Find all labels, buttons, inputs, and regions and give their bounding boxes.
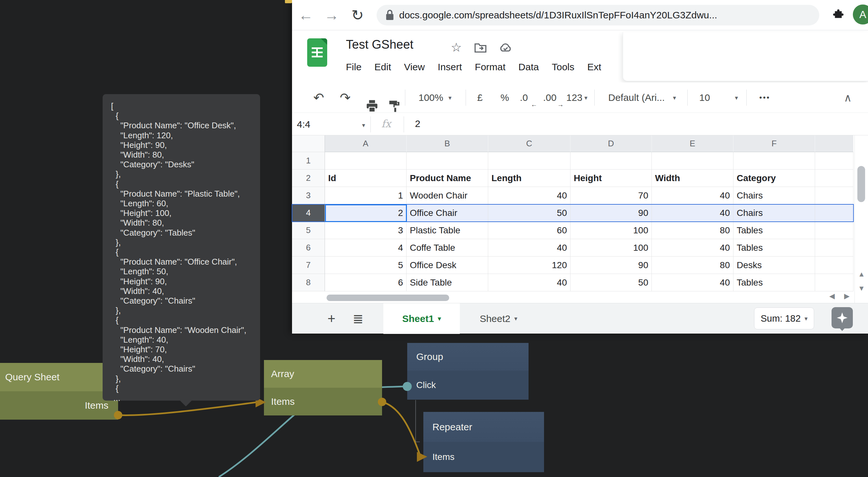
- zoom-select[interactable]: 100% ▾: [418, 82, 452, 113]
- move-to-folder-icon[interactable]: [474, 42, 487, 53]
- cell[interactable]: Wooden Chair: [407, 187, 488, 204]
- google-sheets-logo-icon[interactable]: [307, 38, 327, 67]
- row-header-4[interactable]: 4: [292, 204, 325, 222]
- tab-sheet1[interactable]: Sheet1 ▾: [383, 303, 460, 334]
- cell[interactable]: 40: [488, 187, 570, 204]
- forward-icon[interactable]: →: [322, 0, 342, 30]
- menu-view[interactable]: View: [404, 62, 425, 72]
- cell[interactable]: [815, 187, 854, 204]
- sheet2-menu-caret[interactable]: ▾: [514, 315, 518, 322]
- cell[interactable]: 2: [325, 204, 407, 222]
- row-header-8[interactable]: 8: [292, 274, 325, 292]
- cell[interactable]: Tables: [734, 239, 815, 257]
- cell[interactable]: Coffe Table: [407, 239, 488, 257]
- cell[interactable]: Plastic Table: [407, 222, 488, 239]
- all-sheets-menu-icon[interactable]: ≣: [353, 303, 364, 334]
- increase-decimal-button[interactable]: .00 →: [543, 82, 557, 113]
- column-header-F[interactable]: F: [734, 135, 815, 152]
- node-array-port-items[interactable]: Items: [264, 388, 382, 415]
- node-group-port-click[interactable]: Click: [407, 371, 529, 400]
- cell[interactable]: Office Desk: [407, 257, 488, 274]
- menu-tools[interactable]: Tools: [552, 62, 575, 72]
- cell[interactable]: 40: [488, 239, 570, 257]
- cell[interactable]: 70: [570, 187, 652, 204]
- sum-indicator[interactable]: Sum: 182 ▾: [754, 307, 814, 329]
- node-repeater-title[interactable]: Repeater: [423, 412, 544, 442]
- menu-ext[interactable]: Ext: [587, 62, 601, 72]
- cell[interactable]: Height: [570, 170, 652, 187]
- horizontal-scrollbar[interactable]: ◀ ▶: [292, 292, 854, 303]
- menu-file[interactable]: File: [346, 62, 362, 72]
- node-group[interactable]: Group Click: [407, 343, 529, 400]
- cell[interactable]: 4: [325, 239, 407, 257]
- cell[interactable]: [815, 239, 854, 257]
- more-toolbar-options[interactable]: •••: [759, 82, 770, 113]
- cell[interactable]: 40: [652, 239, 734, 257]
- cell[interactable]: 40: [652, 187, 734, 204]
- column-header-E[interactable]: E: [652, 135, 734, 152]
- cell[interactable]: Tables: [734, 222, 815, 239]
- formula-input[interactable]: 2: [415, 118, 421, 129]
- name-box-caret[interactable]: ▾: [362, 122, 365, 129]
- add-sheet-button[interactable]: +: [328, 303, 336, 334]
- cell[interactable]: [325, 152, 407, 170]
- document-title[interactable]: Test GSheet: [346, 38, 413, 52]
- scroll-right-icon[interactable]: ▶: [844, 292, 849, 300]
- cell[interactable]: 50: [488, 204, 570, 222]
- currency-format-button[interactable]: £: [477, 82, 483, 113]
- sheet1-menu-caret[interactable]: ▾: [438, 315, 441, 322]
- node-array[interactable]: Array Items: [264, 360, 382, 415]
- cell[interactable]: 5: [325, 257, 407, 274]
- row-header-2[interactable]: 2: [292, 170, 325, 187]
- browser-profile-avatar[interactable]: A: [853, 4, 868, 25]
- row-header-3[interactable]: 3: [292, 187, 325, 204]
- menu-format[interactable]: Format: [475, 62, 506, 72]
- menu-data[interactable]: Data: [519, 62, 539, 72]
- column-header-A[interactable]: A: [325, 135, 407, 152]
- node-query-sheet-port-items[interactable]: Items: [0, 391, 118, 420]
- column-header-C[interactable]: C: [488, 135, 570, 152]
- cell[interactable]: 6: [325, 274, 407, 292]
- select-all-corner[interactable]: [292, 135, 325, 152]
- row-header-1[interactable]: 1: [292, 152, 325, 170]
- cell[interactable]: Product Name: [407, 170, 488, 187]
- star-document-icon[interactable]: ☆: [451, 40, 462, 55]
- number-format-menu[interactable]: 123 ▾: [566, 82, 588, 113]
- percent-format-button[interactable]: %: [500, 82, 509, 113]
- cell[interactable]: 120: [488, 257, 570, 274]
- cell[interactable]: 80: [652, 257, 734, 274]
- cell[interactable]: [815, 170, 854, 187]
- cell[interactable]: [815, 204, 854, 222]
- menu-insert[interactable]: Insert: [438, 62, 462, 72]
- cell[interactable]: [734, 152, 815, 170]
- cell[interactable]: 1: [325, 187, 407, 204]
- node-repeater[interactable]: Repeater Items: [423, 412, 544, 472]
- cell[interactable]: [570, 152, 652, 170]
- cell[interactable]: 40: [488, 274, 570, 292]
- cell[interactable]: Chairs: [734, 187, 815, 204]
- cell[interactable]: [815, 152, 854, 170]
- cell[interactable]: [815, 274, 854, 292]
- cell[interactable]: 90: [570, 257, 652, 274]
- font-size-select[interactable]: 10 ▾: [699, 82, 738, 113]
- cell[interactable]: 100: [570, 239, 652, 257]
- cell[interactable]: Category: [734, 170, 815, 187]
- cell[interactable]: Side Table: [407, 274, 488, 292]
- menu-edit[interactable]: Edit: [374, 62, 391, 72]
- row-header-6[interactable]: 6: [292, 239, 325, 257]
- scroll-up-icon[interactable]: ▲: [858, 270, 865, 278]
- cell[interactable]: 100: [570, 222, 652, 239]
- node-repeater-port-items[interactable]: Items: [423, 442, 544, 472]
- cell[interactable]: 3: [325, 222, 407, 239]
- vertical-scrollbar[interactable]: ▲ ▼: [855, 135, 868, 303]
- font-family-select[interactable]: Default (Ari... ▾: [608, 82, 676, 113]
- column-header-B[interactable]: B: [407, 135, 488, 152]
- scroll-down-icon[interactable]: ▼: [858, 284, 865, 293]
- cell[interactable]: Length: [488, 170, 570, 187]
- column-header-D[interactable]: D: [570, 135, 652, 152]
- column-header-partial[interactable]: [815, 135, 854, 152]
- node-group-title[interactable]: Group: [407, 343, 529, 371]
- cell[interactable]: Desks: [734, 257, 815, 274]
- row-header-5[interactable]: 5: [292, 222, 325, 239]
- cloud-saved-icon[interactable]: [499, 42, 513, 53]
